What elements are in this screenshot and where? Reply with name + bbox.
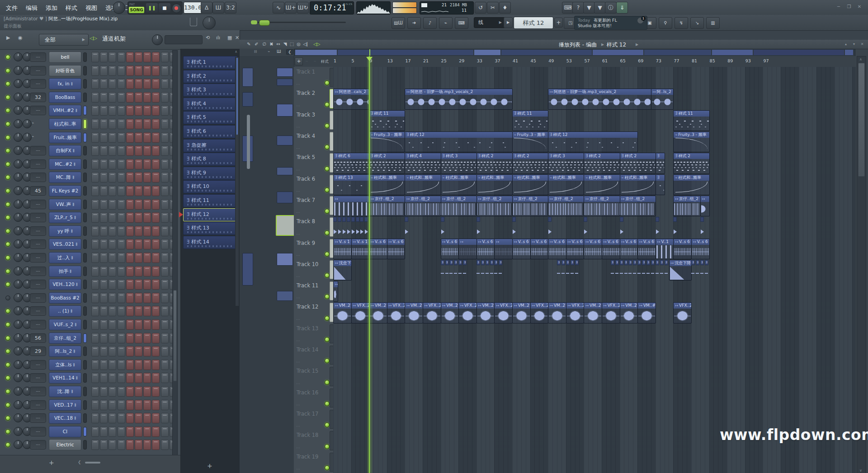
channel-display[interactable]: --- [30, 52, 46, 62]
channel-row[interactable]: 29阿..ls_2 ⧚ [0, 344, 177, 357]
channel-display[interactable]: --- [30, 427, 46, 436]
step-cell[interactable] [126, 145, 134, 156]
loop-record-icon[interactable]: Ш↻ [297, 2, 309, 14]
step-cell[interactable] [161, 132, 169, 143]
step-cell[interactable] [135, 159, 142, 169]
help-icon[interactable]: ? [572, 2, 584, 14]
step-cell[interactable] [161, 346, 169, 356]
pattern-clip[interactable]: Ǝ样式 3 [548, 153, 584, 173]
channel-indicator[interactable] [83, 333, 87, 343]
step-cell[interactable] [135, 440, 142, 450]
mini-audio-clip[interactable] [338, 217, 341, 236]
audio-clip[interactable]: ↦京仔..组_2 [405, 196, 441, 216]
step-cell[interactable] [143, 132, 151, 143]
menu-视图[interactable]: 视图 [81, 1, 101, 12]
track-led[interactable] [325, 80, 330, 85]
track-header[interactable]: Track 5⋯ [294, 152, 333, 174]
audio-clip[interactable]: ↦V..s 6 [512, 239, 531, 259]
step-cell[interactable] [152, 426, 160, 437]
pattern-item[interactable]: Ǝ样式 2 [183, 70, 238, 83]
mini-audio-clip[interactable] [360, 217, 363, 236]
step-cell[interactable] [161, 226, 169, 236]
step-cell[interactable] [135, 52, 142, 62]
play-icon[interactable]: ▶ [6, 35, 10, 41]
track-led[interactable] [325, 380, 330, 385]
mini-pattern-clip[interactable]: Ǝ [615, 260, 619, 275]
mini-audio-clip[interactable] [476, 217, 480, 236]
step-cell[interactable] [91, 333, 99, 343]
step-cell[interactable] [118, 266, 125, 276]
metronome-icon[interactable]: ∆ [201, 2, 212, 14]
step-cell[interactable] [152, 386, 160, 397]
channel-button[interactable]: 过..入 ⧚ [49, 252, 81, 263]
audio-clip[interactable]: ↦VM..2 [333, 302, 352, 323]
step-cell[interactable] [100, 440, 108, 450]
track-options-icon[interactable]: ⋯ [296, 189, 300, 193]
mini-pattern-clip[interactable]: Ǝ [481, 260, 485, 275]
step-cell[interactable] [161, 186, 169, 196]
channel-button[interactable]: yy 呼 ⧚ [49, 225, 81, 237]
pan-knob[interactable] [14, 159, 23, 169]
channel-indicator[interactable] [83, 360, 87, 370]
menu-添加[interactable]: 添加 [42, 1, 61, 12]
mini-audio-clip[interactable] [347, 217, 350, 236]
step-cell[interactable] [91, 306, 99, 316]
track-options-icon[interactable]: ⋯ [296, 339, 300, 343]
oscilloscope[interactable] [356, 1, 391, 14]
channel-row[interactable]: ---MC..#2 ⧚ [0, 157, 177, 170]
pattern-clip[interactable]: Ǝ样式 4 [405, 153, 441, 173]
pattern-item[interactable]: Ǝ样式 9 [183, 167, 238, 180]
channel-display[interactable]: --- [30, 146, 46, 155]
step-cell[interactable] [108, 66, 116, 76]
pan-knob[interactable] [14, 93, 23, 102]
step-cell[interactable] [108, 172, 116, 183]
mini-audio-clip[interactable] [656, 217, 659, 236]
step-cell[interactable] [91, 66, 99, 76]
audio-clip[interactable]: ↦阿..ls_2 [651, 89, 674, 109]
mini-pattern-clip[interactable]: Ǝ [476, 260, 480, 275]
channel-button[interactable]: 拍手 ⧚ [49, 266, 81, 277]
pan-knob[interactable] [14, 280, 23, 289]
step-cell[interactable] [143, 199, 151, 210]
picker-thumbnail[interactable] [277, 79, 293, 86]
channel-indicator[interactable] [83, 226, 87, 236]
playback-icon[interactable]: ◁ǀ [302, 41, 309, 47]
audio-clip[interactable]: ↦ [700, 196, 710, 216]
track-led[interactable] [325, 337, 330, 342]
mini-pattern-clip[interactable]: Ǝ [646, 260, 650, 275]
channel-row[interactable]: ---立体..ls ⧚ [0, 358, 177, 371]
track-led[interactable] [325, 102, 330, 107]
channel-button[interactable]: Electric [49, 439, 81, 450]
step-cell[interactable] [100, 400, 108, 410]
channel-display[interactable]: --- [30, 320, 46, 329]
pan-knob[interactable] [14, 413, 23, 422]
pattern-item[interactable]: Ǝ急促擦 [183, 139, 238, 152]
track-options-icon[interactable]: ⋯ [296, 232, 300, 236]
audio-clip[interactable]: ↦V..s 6 [673, 239, 692, 259]
channel-row[interactable]: ---MC..降 ⧚ [0, 170, 177, 183]
pan-knob[interactable] [14, 186, 23, 195]
add-channel-button[interactable]: + [49, 459, 54, 466]
track-clip-zone[interactable] [333, 67, 856, 89]
track-clip-zone[interactable]: Ǝ样式 6Ǝ样式 2Ǝ样式 4Ǝ样式 3Ǝ样式 2Ǝ样式 2Ǝ样式 3Ǝ样式 2… [333, 152, 856, 174]
channel-led[interactable] [5, 282, 10, 287]
channel-led[interactable] [5, 202, 10, 207]
channel-led[interactable] [5, 148, 10, 153]
step-cell[interactable] [91, 186, 99, 196]
step-cell[interactable] [152, 293, 160, 303]
channel-display[interactable]: --- [30, 293, 46, 303]
channel-button[interactable]: VED..17 ⧚ [49, 399, 81, 411]
track-led[interactable] [325, 123, 330, 128]
pan-knob[interactable] [14, 253, 23, 262]
channel-indicator[interactable] [83, 200, 87, 209]
channel-display[interactable]: --- [30, 173, 46, 182]
step-cell[interactable] [118, 426, 125, 437]
step-cell[interactable] [135, 266, 142, 276]
step-cell[interactable] [161, 159, 169, 169]
step-cell[interactable] [152, 105, 160, 116]
channel-display[interactable]: --- [30, 66, 46, 75]
channel-row[interactable]: ⌁柱式和..率 [0, 117, 177, 130]
link-icon[interactable]: ⌁ [439, 17, 453, 29]
step-cell[interactable] [161, 79, 169, 89]
step-cell[interactable] [152, 413, 160, 423]
